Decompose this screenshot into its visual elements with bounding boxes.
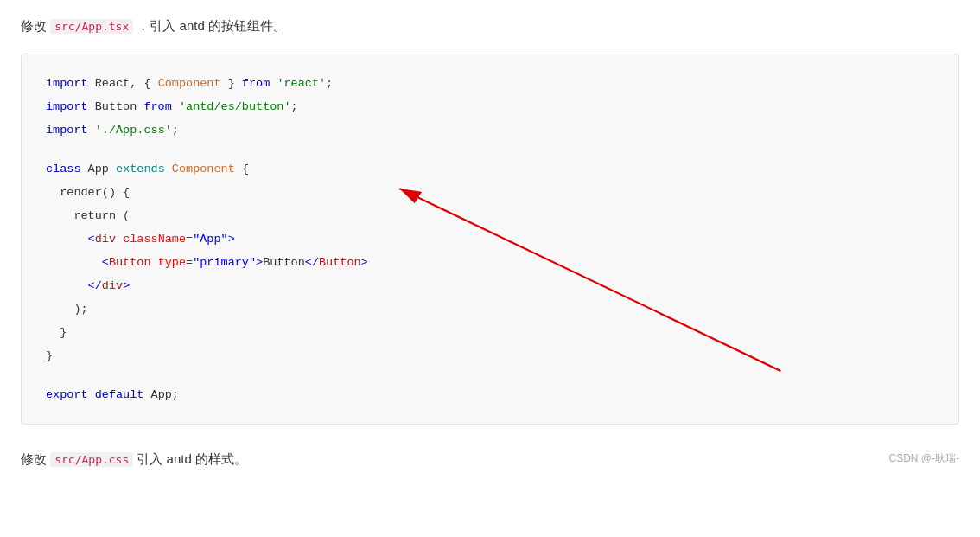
code-line-4 <box>46 142 934 157</box>
top-description: 修改 src/App.tsx ，引入 antd 的按钮组件。 <box>0 0 980 45</box>
bottom-description: 修改 src/App.css 引入 antd 的样式。 CSDN @-耿瑞- <box>0 440 980 478</box>
code-line-11: ); <box>46 297 934 321</box>
code-line-9: <Button type="primary">Button</Button> <box>46 251 934 274</box>
code-line-7: return ( <box>46 204 934 227</box>
code-line-3: import './App.css'; <box>46 118 934 142</box>
code-block: import React, { Component } from 'react'… <box>21 54 959 425</box>
code-line-2: import Button from 'antd/es/button'; <box>46 95 934 118</box>
page-wrapper: 修改 src/App.tsx ，引入 antd 的按钮组件。 import Re… <box>0 0 980 537</box>
top-code-filename: src/App.tsx <box>50 19 133 34</box>
code-line-13: } <box>46 344 934 368</box>
code-line-14 <box>46 368 934 383</box>
code-line-8: <div className="App"> <box>46 227 934 251</box>
code-line-15: export default App; <box>46 383 934 406</box>
code-line-10: </div> <box>46 274 934 297</box>
code-line-5: class App extends Component { <box>46 157 934 181</box>
code-line-1: import React, { Component } from 'react'… <box>46 72 934 95</box>
bottom-code-filename: src/App.css <box>50 452 133 467</box>
bottom-text-content: 修改 src/App.css 引入 antd 的样式。 <box>21 449 247 470</box>
code-line-12: } <box>46 321 934 344</box>
csdn-credit: CSDN @-耿瑞- <box>888 451 959 467</box>
code-line-6: render() { <box>46 181 934 204</box>
